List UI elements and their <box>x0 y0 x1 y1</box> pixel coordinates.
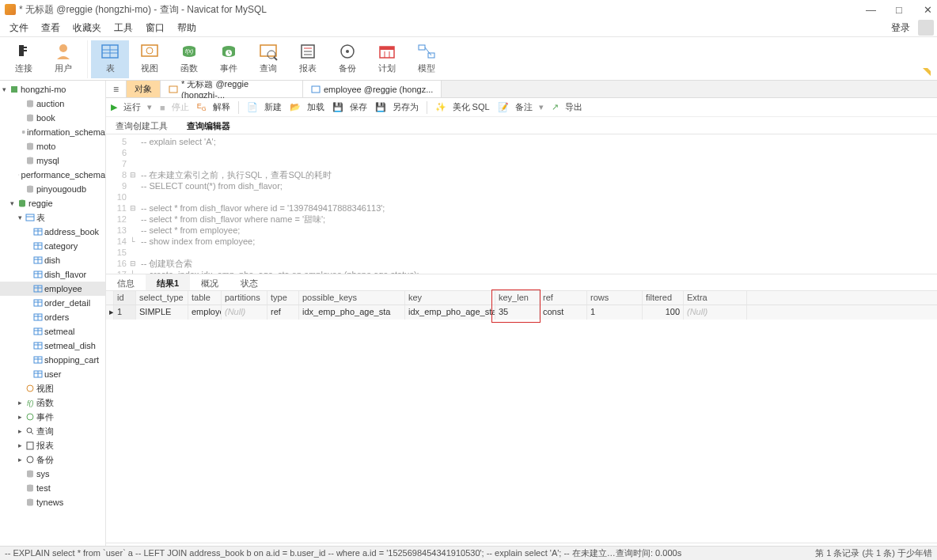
tree-db-test[interactable]: test <box>0 481 105 495</box>
tree-tables-node[interactable]: ▾表 <box>0 210 105 225</box>
note-button[interactable]: 备注 <box>515 101 533 113</box>
export-button[interactable]: 导出 <box>565 101 582 113</box>
tree-node-函数[interactable]: ▸f()函数 <box>0 395 105 410</box>
toolbar-backup[interactable]: 备份 <box>328 40 366 78</box>
col-partitions[interactable]: partitions <box>222 291 267 305</box>
col-type[interactable]: type <box>267 291 299 305</box>
col-select-type[interactable]: select_type <box>136 291 188 305</box>
tree-db-reggie[interactable]: ▾reggie <box>0 196 105 210</box>
tree-db-information_schema[interactable]: information_schema <box>0 125 105 139</box>
menu-tools[interactable]: 工具 <box>108 21 139 35</box>
svg-line-18 <box>274 57 277 60</box>
col-possible-keys[interactable]: possible_keys <box>299 291 405 305</box>
tree-db-book[interactable]: book <box>0 111 105 125</box>
tab-query[interactable]: * 无标题 @reggie (hongzhi-... <box>161 81 303 97</box>
tree-table-order_detail[interactable]: order_detail <box>0 296 105 310</box>
toolbar-event[interactable]: 事件 <box>210 40 248 78</box>
col-key[interactable]: key <box>405 291 495 305</box>
menu-view[interactable]: 查看 <box>35 21 66 35</box>
menu-file[interactable]: 文件 <box>3 21 35 35</box>
tree-table-dish_flavor[interactable]: dish_flavor <box>0 267 105 282</box>
tree-node-备份[interactable]: ▸备份 <box>0 452 105 467</box>
toolbar-plan[interactable]: 计划 <box>368 40 406 78</box>
svg-rect-16 <box>260 45 276 56</box>
explain-button[interactable]: 解释 <box>213 101 230 113</box>
tree-table-employee[interactable]: employee <box>0 282 105 296</box>
toolbar-connect[interactable]: 连接 <box>5 40 43 78</box>
col-ref[interactable]: ref <box>540 291 587 305</box>
result-tab-status[interactable]: 状态 <box>230 274 269 290</box>
sql-editor[interactable]: 567891011121314151617181920 ⊟⊟└⊟└ -- exp… <box>106 134 937 274</box>
toolbar-model[interactable]: 模型 <box>408 40 446 78</box>
result-tab-result1[interactable]: 结果1 <box>146 274 190 290</box>
menu-favorites[interactable]: 收藏夹 <box>66 21 108 35</box>
col-key-len[interactable]: key_len <box>495 291 540 305</box>
col-rows[interactable]: rows <box>587 291 643 305</box>
col-table[interactable]: table <box>188 291 222 305</box>
tree-table-shopping_cart[interactable]: shopping_cart <box>0 353 105 367</box>
toolbar-user[interactable]: 用户 <box>44 40 82 78</box>
toolbar-report[interactable]: 报表 <box>289 40 327 78</box>
editor-gutter: 567891011121314151617181920 <box>106 134 130 274</box>
toolbar-function[interactable]: f(x) 函数 <box>170 40 208 78</box>
close-button[interactable]: ✕ <box>923 4 932 16</box>
svg-point-24 <box>346 50 349 53</box>
toolbar-query[interactable]: 查询 <box>249 40 287 78</box>
result-grid[interactable]: id select_type table partitions type pos… <box>106 291 937 320</box>
tabstrip-menu-icon[interactable]: ≡ <box>106 81 127 97</box>
subtab-builder[interactable]: 查询创建工具 <box>106 117 177 134</box>
subtab-editor[interactable]: 查询编辑器 <box>177 117 240 134</box>
saveas-button[interactable]: 另存为 <box>393 101 419 113</box>
run-button[interactable]: 运行 <box>123 101 141 113</box>
editor-fold[interactable]: ⊟⊟└⊟└ <box>130 134 141 274</box>
editor-code[interactable]: -- explain select 'A'; -- 在未建立索引之前，执行SQL… <box>141 134 937 274</box>
svg-point-78 <box>27 414 33 420</box>
svg-point-9 <box>146 47 153 54</box>
minimize-button[interactable]: — <box>866 4 875 16</box>
login-link[interactable]: 登录 <box>885 21 913 35</box>
row-pointer-icon: ▸ <box>106 305 114 320</box>
tree-connection[interactable]: ▾hongzhi-mo <box>0 82 105 96</box>
svg-rect-81 <box>27 442 33 449</box>
tree-table-category[interactable]: category <box>0 239 105 253</box>
save-button[interactable]: 保存 <box>350 101 367 113</box>
tree-views-node[interactable]: 视图 <box>0 381 105 395</box>
run-icon: ▶ <box>111 102 117 112</box>
result-tab-profile[interactable]: 概况 <box>190 274 230 290</box>
tree-table-user[interactable]: user <box>0 367 105 381</box>
col-filtered[interactable]: filtered <box>643 291 684 305</box>
tree-table-setmeal_dish[interactable]: setmeal_dish <box>0 339 105 353</box>
run-dropdown-icon[interactable]: ▾ <box>147 102 152 112</box>
result-row[interactable]: ▸ 1 SIMPLE employee (Null) ref idx_emp_p… <box>106 305 937 320</box>
tab-objects[interactable]: 对象 <box>127 81 161 97</box>
tree-db-pinyougoudb[interactable]: pinyougoudb <box>0 182 105 196</box>
database-tree[interactable]: ▾hongzhi-mo auctionbookinformation_schem… <box>0 81 106 546</box>
tree-node-查询[interactable]: ▸查询 <box>0 424 105 438</box>
note-dropdown-icon[interactable]: ▾ <box>539 102 544 112</box>
tree-db-mysql[interactable]: mysql <box>0 153 105 168</box>
maximize-button[interactable]: □ <box>894 4 904 16</box>
tree-table-dish[interactable]: dish <box>0 253 105 267</box>
menu-help[interactable]: 帮助 <box>171 21 203 35</box>
new-button[interactable]: 新建 <box>264 101 282 113</box>
tree-table-address_book[interactable]: address_book <box>0 225 105 239</box>
toolbar-view[interactable]: 视图 <box>131 40 169 78</box>
tab-employee[interactable]: employee @reggie (hongz... <box>303 81 442 97</box>
tree-db-auction[interactable]: auction <box>0 96 105 111</box>
tree-db-performance_schema[interactable]: performance_schema <box>0 168 105 182</box>
avatar[interactable] <box>918 20 934 36</box>
toolbar-table[interactable]: 表 <box>91 40 129 78</box>
tree-db-moto[interactable]: moto <box>0 139 105 153</box>
tree-db-tynews[interactable]: tynews <box>0 495 105 509</box>
tree-node-报表[interactable]: ▸报表 <box>0 438 105 452</box>
tree-table-setmeal[interactable]: setmeal <box>0 324 105 339</box>
load-button[interactable]: 加载 <box>307 101 324 113</box>
tree-db-sys[interactable]: sys <box>0 467 105 481</box>
beautify-button[interactable]: 美化 SQL <box>453 101 490 113</box>
menu-window[interactable]: 窗口 <box>139 21 171 35</box>
col-extra[interactable]: Extra <box>684 291 747 305</box>
col-id[interactable]: id <box>114 291 136 305</box>
result-tab-info[interactable]: 信息 <box>106 274 146 290</box>
tree-table-orders[interactable]: orders <box>0 310 105 324</box>
tree-node-事件[interactable]: ▸事件 <box>0 410 105 424</box>
